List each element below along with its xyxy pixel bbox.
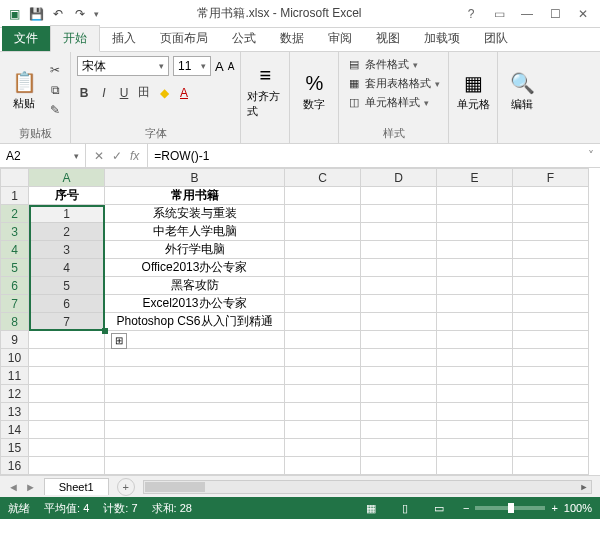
format-as-table-button[interactable]: ▦套用表格格式▾ xyxy=(345,75,442,92)
fill-color-button[interactable]: ◆ xyxy=(157,86,171,100)
cell-A11[interactable] xyxy=(29,367,105,385)
cell-C12[interactable] xyxy=(285,385,361,403)
cell-A6[interactable]: 5 xyxy=(29,277,105,295)
cell-E14[interactable] xyxy=(437,421,513,439)
cell-D14[interactable] xyxy=(361,421,437,439)
horizontal-scrollbar[interactable]: ◄ ► xyxy=(143,480,592,494)
cells-button[interactable]: ▦单元格 xyxy=(455,56,491,127)
cell-E2[interactable] xyxy=(437,205,513,223)
cell-D8[interactable] xyxy=(361,313,437,331)
undo-icon[interactable]: ↶ xyxy=(50,6,66,22)
cell-D15[interactable] xyxy=(361,439,437,457)
cell-F13[interactable] xyxy=(513,403,589,421)
cell-B15[interactable] xyxy=(105,439,285,457)
row-header-2[interactable]: 2 xyxy=(1,205,29,223)
cell-E10[interactable] xyxy=(437,349,513,367)
cut-icon[interactable]: ✂ xyxy=(46,62,64,78)
cell-E11[interactable] xyxy=(437,367,513,385)
maximize-icon[interactable]: ☐ xyxy=(542,4,568,24)
cell-C3[interactable] xyxy=(285,223,361,241)
row-header-14[interactable]: 14 xyxy=(1,421,29,439)
cell-F4[interactable] xyxy=(513,241,589,259)
cell-B4[interactable]: 外行学电脑 xyxy=(105,241,285,259)
cell-F16[interactable] xyxy=(513,457,589,475)
zoom-slider[interactable] xyxy=(475,506,545,510)
cell-C1[interactable] xyxy=(285,187,361,205)
cell-D11[interactable] xyxy=(361,367,437,385)
minimize-icon[interactable]: — xyxy=(514,4,540,24)
row-header-6[interactable]: 6 xyxy=(1,277,29,295)
tab-addins[interactable]: 加载项 xyxy=(412,26,472,51)
cell-E15[interactable] xyxy=(437,439,513,457)
cell-D13[interactable] xyxy=(361,403,437,421)
scroll-thumb[interactable] xyxy=(145,482,205,492)
cell-B8[interactable]: Photoshop CS6从入门到精通 xyxy=(105,313,285,331)
tab-formulas[interactable]: 公式 xyxy=(220,26,268,51)
zoom-level[interactable]: 100% xyxy=(564,502,592,514)
cell-E5[interactable] xyxy=(437,259,513,277)
cell-F9[interactable] xyxy=(513,331,589,349)
cell-C9[interactable] xyxy=(285,331,361,349)
cell-E6[interactable] xyxy=(437,277,513,295)
redo-icon[interactable]: ↷ xyxy=(72,6,88,22)
cell-C11[interactable] xyxy=(285,367,361,385)
fx-icon[interactable]: fx xyxy=(130,149,139,163)
column-header-B[interactable]: B xyxy=(105,169,285,187)
cell-E9[interactable] xyxy=(437,331,513,349)
cell-E1[interactable] xyxy=(437,187,513,205)
cell-C5[interactable] xyxy=(285,259,361,277)
tab-insert[interactable]: 插入 xyxy=(100,26,148,51)
cell-F2[interactable] xyxy=(513,205,589,223)
cell-B3[interactable]: 中老年人学电脑 xyxy=(105,223,285,241)
cell-F6[interactable] xyxy=(513,277,589,295)
cell-A4[interactable]: 3 xyxy=(29,241,105,259)
underline-button[interactable]: U xyxy=(117,86,131,100)
view-layout-icon[interactable]: ▯ xyxy=(395,502,415,515)
cell-F8[interactable] xyxy=(513,313,589,331)
cell-styles-button[interactable]: ◫单元格样式▾ xyxy=(345,94,442,111)
cell-C4[interactable] xyxy=(285,241,361,259)
tab-team[interactable]: 团队 xyxy=(472,26,520,51)
cell-F1[interactable] xyxy=(513,187,589,205)
border-button[interactable]: 田 xyxy=(137,84,151,101)
cell-B14[interactable] xyxy=(105,421,285,439)
cell-D6[interactable] xyxy=(361,277,437,295)
spreadsheet-grid[interactable]: ABCDEF1序号常用书籍21系统安装与重装32中老年人学电脑43外行学电脑54… xyxy=(0,168,600,475)
row-header-12[interactable]: 12 xyxy=(1,385,29,403)
zoom-out-icon[interactable]: − xyxy=(463,502,469,514)
cell-B7[interactable]: Excel2013办公专家 xyxy=(105,295,285,313)
cell-D7[interactable] xyxy=(361,295,437,313)
cell-E4[interactable] xyxy=(437,241,513,259)
italic-button[interactable]: I xyxy=(97,86,111,100)
cell-D1[interactable] xyxy=(361,187,437,205)
cell-B12[interactable] xyxy=(105,385,285,403)
row-header-9[interactable]: 9 xyxy=(1,331,29,349)
cell-B9[interactable] xyxy=(105,331,285,349)
tab-data[interactable]: 数据 xyxy=(268,26,316,51)
cell-A10[interactable] xyxy=(29,349,105,367)
cell-E13[interactable] xyxy=(437,403,513,421)
font-name-select[interactable]: 宋体▾ xyxy=(77,56,169,76)
cell-D10[interactable] xyxy=(361,349,437,367)
select-all-cell[interactable] xyxy=(1,169,29,187)
cell-F14[interactable] xyxy=(513,421,589,439)
cell-C16[interactable] xyxy=(285,457,361,475)
cell-A9[interactable] xyxy=(29,331,105,349)
column-header-F[interactable]: F xyxy=(513,169,589,187)
bold-button[interactable]: B xyxy=(77,86,91,100)
cell-F10[interactable] xyxy=(513,349,589,367)
qat-dropdown-icon[interactable]: ▾ xyxy=(94,9,99,19)
cell-A1[interactable]: 序号 xyxy=(29,187,105,205)
row-header-15[interactable]: 15 xyxy=(1,439,29,457)
cell-F3[interactable] xyxy=(513,223,589,241)
row-header-5[interactable]: 5 xyxy=(1,259,29,277)
row-header-1[interactable]: 1 xyxy=(1,187,29,205)
tab-file[interactable]: 文件 xyxy=(2,26,50,51)
cell-B5[interactable]: Office2013办公专家 xyxy=(105,259,285,277)
cell-C8[interactable] xyxy=(285,313,361,331)
cell-A14[interactable] xyxy=(29,421,105,439)
column-header-D[interactable]: D xyxy=(361,169,437,187)
row-header-7[interactable]: 7 xyxy=(1,295,29,313)
cell-D3[interactable] xyxy=(361,223,437,241)
cell-B10[interactable] xyxy=(105,349,285,367)
